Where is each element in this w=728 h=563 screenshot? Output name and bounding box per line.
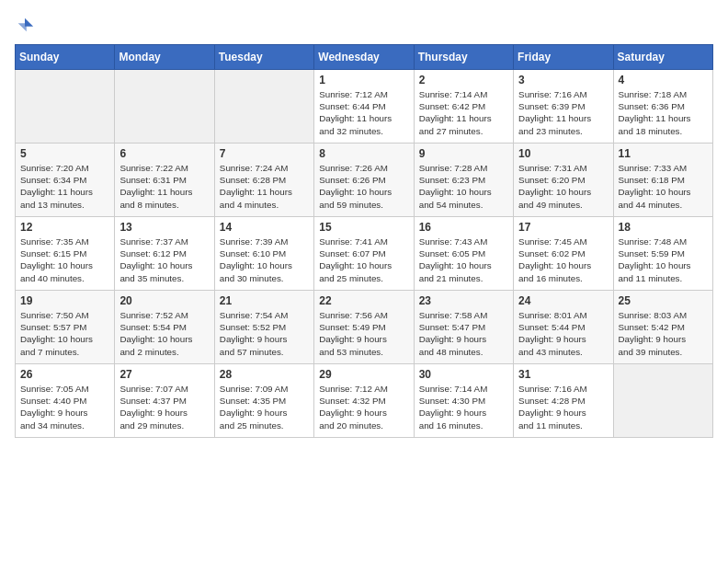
- column-header-saturday: Saturday: [613, 45, 712, 70]
- day-number: 31: [518, 368, 608, 381]
- day-info: Sunrise: 8:01 AM Sunset: 5:44 PM Dayligh…: [518, 309, 608, 358]
- calendar-cell: 15Sunrise: 7:41 AM Sunset: 6:07 PM Dayli…: [314, 217, 414, 291]
- calendar-week-row: 5Sunrise: 7:20 AM Sunset: 6:34 PM Daylig…: [16, 144, 713, 217]
- day-number: 23: [419, 294, 508, 307]
- calendar-cell: [214, 70, 313, 144]
- day-number: 25: [619, 294, 708, 307]
- calendar-cell: 19Sunrise: 7:50 AM Sunset: 5:57 PM Dayli…: [16, 291, 115, 364]
- day-number: 21: [220, 294, 309, 307]
- day-info: Sunrise: 7:37 AM Sunset: 6:12 PM Dayligh…: [119, 236, 209, 284]
- calendar-cell: 1Sunrise: 7:12 AM Sunset: 6:44 PM Daylig…: [314, 70, 414, 144]
- day-info: Sunrise: 7:28 AM Sunset: 6:23 PM Dayligh…: [419, 162, 508, 211]
- calendar-cell: 27Sunrise: 7:07 AM Sunset: 4:37 PM Dayli…: [115, 364, 214, 438]
- calendar-week-row: 26Sunrise: 7:05 AM Sunset: 4:40 PM Dayli…: [16, 364, 713, 438]
- calendar-cell: 6Sunrise: 7:22 AM Sunset: 6:31 PM Daylig…: [115, 144, 214, 217]
- calendar-cell: 23Sunrise: 7:58 AM Sunset: 5:47 PM Dayli…: [414, 291, 513, 364]
- day-info: Sunrise: 7:22 AM Sunset: 6:31 PM Dayligh…: [119, 162, 209, 211]
- day-number: 6: [119, 147, 209, 160]
- day-info: Sunrise: 7:52 AM Sunset: 5:54 PM Dayligh…: [119, 309, 209, 358]
- day-number: 18: [619, 221, 708, 234]
- calendar-cell: 9Sunrise: 7:28 AM Sunset: 6:23 PM Daylig…: [414, 144, 513, 217]
- day-number: 26: [20, 368, 109, 381]
- day-number: 15: [319, 221, 408, 234]
- day-info: Sunrise: 7:54 AM Sunset: 5:52 PM Dayligh…: [220, 309, 309, 358]
- calendar-cell: 21Sunrise: 7:54 AM Sunset: 5:52 PM Dayli…: [214, 291, 313, 364]
- column-header-friday: Friday: [514, 45, 613, 70]
- day-number: 20: [119, 294, 209, 307]
- day-info: Sunrise: 7:20 AM Sunset: 6:34 PM Dayligh…: [20, 162, 109, 211]
- day-number: 17: [518, 221, 608, 234]
- calendar-cell: [16, 70, 115, 144]
- column-header-monday: Monday: [115, 45, 214, 70]
- day-info: Sunrise: 7:16 AM Sunset: 4:28 PM Dayligh…: [518, 383, 608, 431]
- day-number: 2: [419, 74, 508, 86]
- column-header-wednesday: Wednesday: [314, 45, 414, 70]
- day-info: Sunrise: 7:26 AM Sunset: 6:26 PM Dayligh…: [319, 162, 408, 211]
- logo: [15, 15, 39, 35]
- calendar-week-row: 1Sunrise: 7:12 AM Sunset: 6:44 PM Daylig…: [16, 70, 713, 144]
- day-info: Sunrise: 7:05 AM Sunset: 4:40 PM Dayligh…: [20, 383, 109, 431]
- day-number: 1: [319, 74, 408, 86]
- day-number: 27: [119, 368, 209, 381]
- day-number: 22: [319, 294, 408, 307]
- day-number: 14: [220, 221, 309, 234]
- calendar-cell: [613, 364, 712, 438]
- calendar-cell: 24Sunrise: 8:01 AM Sunset: 5:44 PM Dayli…: [514, 291, 613, 364]
- day-number: 4: [619, 74, 708, 86]
- day-info: Sunrise: 7:56 AM Sunset: 5:49 PM Dayligh…: [319, 309, 408, 358]
- day-number: 3: [518, 74, 608, 86]
- logo-icon: [15, 15, 35, 35]
- calendar-cell: 10Sunrise: 7:31 AM Sunset: 6:20 PM Dayli…: [514, 144, 613, 217]
- day-number: 9: [419, 147, 508, 160]
- calendar-cell: 8Sunrise: 7:26 AM Sunset: 6:26 PM Daylig…: [314, 144, 414, 217]
- day-info: Sunrise: 7:07 AM Sunset: 4:37 PM Dayligh…: [119, 383, 209, 431]
- day-number: 30: [419, 368, 508, 381]
- day-info: Sunrise: 7:31 AM Sunset: 6:20 PM Dayligh…: [518, 162, 608, 211]
- day-info: Sunrise: 7:45 AM Sunset: 6:02 PM Dayligh…: [518, 236, 608, 284]
- column-header-tuesday: Tuesday: [214, 45, 313, 70]
- day-number: 16: [419, 221, 508, 234]
- calendar-cell: 26Sunrise: 7:05 AM Sunset: 4:40 PM Dayli…: [16, 364, 115, 438]
- day-info: Sunrise: 7:12 AM Sunset: 4:32 PM Dayligh…: [319, 383, 408, 431]
- column-header-sunday: Sunday: [16, 45, 115, 70]
- calendar-table: SundayMondayTuesdayWednesdayThursdayFrid…: [15, 44, 713, 438]
- day-info: Sunrise: 7:35 AM Sunset: 6:15 PM Dayligh…: [20, 236, 109, 284]
- day-number: 5: [20, 147, 109, 160]
- day-info: Sunrise: 7:39 AM Sunset: 6:10 PM Dayligh…: [220, 236, 309, 284]
- day-number: 19: [20, 294, 109, 307]
- calendar-cell: [115, 70, 214, 144]
- page-header: [15, 15, 713, 35]
- day-number: 7: [220, 147, 309, 160]
- calendar-cell: 28Sunrise: 7:09 AM Sunset: 4:35 PM Dayli…: [214, 364, 313, 438]
- day-info: Sunrise: 8:03 AM Sunset: 5:42 PM Dayligh…: [619, 309, 708, 358]
- day-number: 13: [119, 221, 209, 234]
- calendar-cell: 2Sunrise: 7:14 AM Sunset: 6:42 PM Daylig…: [414, 70, 513, 144]
- calendar-cell: 29Sunrise: 7:12 AM Sunset: 4:32 PM Dayli…: [314, 364, 414, 438]
- svg-marker-1: [18, 23, 27, 31]
- calendar-cell: 31Sunrise: 7:16 AM Sunset: 4:28 PM Dayli…: [514, 364, 613, 438]
- calendar-cell: 5Sunrise: 7:20 AM Sunset: 6:34 PM Daylig…: [16, 144, 115, 217]
- day-number: 24: [518, 294, 608, 307]
- day-info: Sunrise: 7:14 AM Sunset: 4:30 PM Dayligh…: [419, 383, 508, 431]
- day-info: Sunrise: 7:18 AM Sunset: 6:36 PM Dayligh…: [619, 88, 708, 137]
- column-header-thursday: Thursday: [414, 45, 513, 70]
- day-number: 29: [319, 368, 408, 381]
- calendar-cell: 30Sunrise: 7:14 AM Sunset: 4:30 PM Dayli…: [414, 364, 513, 438]
- day-info: Sunrise: 7:24 AM Sunset: 6:28 PM Dayligh…: [220, 162, 309, 211]
- calendar-cell: 16Sunrise: 7:43 AM Sunset: 6:05 PM Dayli…: [414, 217, 513, 291]
- calendar-header-row: SundayMondayTuesdayWednesdayThursdayFrid…: [16, 45, 713, 70]
- day-info: Sunrise: 7:12 AM Sunset: 6:44 PM Dayligh…: [319, 88, 408, 137]
- day-number: 28: [220, 368, 309, 381]
- day-info: Sunrise: 7:14 AM Sunset: 6:42 PM Dayligh…: [419, 88, 508, 137]
- day-info: Sunrise: 7:50 AM Sunset: 5:57 PM Dayligh…: [20, 309, 109, 358]
- day-info: Sunrise: 7:58 AM Sunset: 5:47 PM Dayligh…: [419, 309, 508, 358]
- day-info: Sunrise: 7:09 AM Sunset: 4:35 PM Dayligh…: [220, 383, 309, 431]
- calendar-cell: 3Sunrise: 7:16 AM Sunset: 6:39 PM Daylig…: [514, 70, 613, 144]
- day-info: Sunrise: 7:33 AM Sunset: 6:18 PM Dayligh…: [619, 162, 708, 211]
- calendar-cell: 22Sunrise: 7:56 AM Sunset: 5:49 PM Dayli…: [314, 291, 414, 364]
- calendar-cell: 7Sunrise: 7:24 AM Sunset: 6:28 PM Daylig…: [214, 144, 313, 217]
- day-info: Sunrise: 7:16 AM Sunset: 6:39 PM Dayligh…: [518, 88, 608, 137]
- day-info: Sunrise: 7:48 AM Sunset: 5:59 PM Dayligh…: [619, 236, 708, 284]
- calendar-cell: 4Sunrise: 7:18 AM Sunset: 6:36 PM Daylig…: [613, 70, 712, 144]
- calendar-cell: 11Sunrise: 7:33 AM Sunset: 6:18 PM Dayli…: [613, 144, 712, 217]
